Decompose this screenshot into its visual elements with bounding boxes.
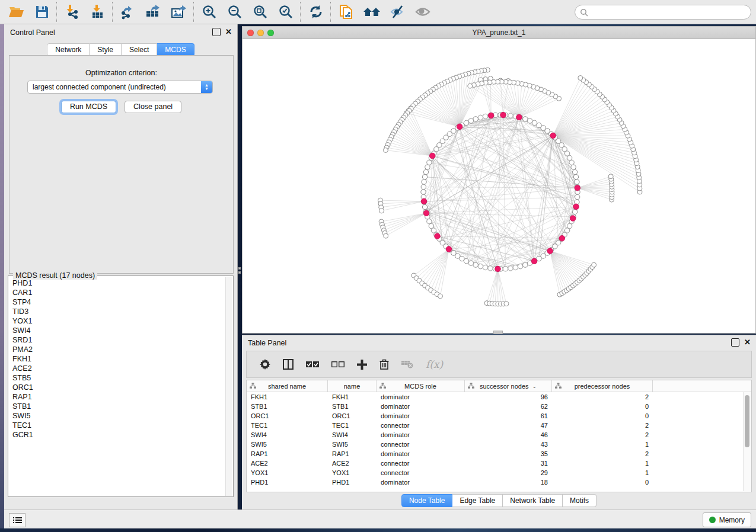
- table-cell: dominator: [377, 403, 465, 410]
- close-panel-button[interactable]: Close panel: [125, 101, 181, 113]
- export-image-icon[interactable]: [166, 2, 192, 22]
- tab-node-table[interactable]: Node Table: [401, 494, 453, 507]
- mcds-result-item[interactable]: FKH1: [9, 354, 226, 364]
- tab-motifs[interactable]: Motifs: [563, 494, 596, 507]
- table-row[interactable]: PHD1PHD1dominator180: [247, 477, 751, 487]
- zoom-in-icon[interactable]: [196, 2, 222, 22]
- zoom-out-icon[interactable]: [222, 2, 247, 22]
- toolbar-separator: [193, 2, 194, 22]
- mcds-result-item[interactable]: TEC1: [9, 421, 226, 430]
- add-icon[interactable]: [357, 360, 367, 370]
- select-all-icon[interactable]: [306, 361, 319, 368]
- mcds-result-item[interactable]: ACE2: [9, 364, 226, 373]
- table-cell: 47: [465, 422, 552, 429]
- open-file-icon[interactable]: [4, 2, 29, 22]
- apply-layout-icon[interactable]: [303, 2, 328, 22]
- save-session-icon[interactable]: [29, 2, 55, 22]
- table-cell: 61: [465, 412, 552, 419]
- control-panel: Control Panel ✕ NetworkStyleSelectMCDS O…: [4, 24, 238, 510]
- table-cell: 1: [552, 460, 653, 467]
- tab-style[interactable]: Style: [90, 43, 122, 56]
- optimization-criterion-select[interactable]: largest connected component (undirected)…: [27, 81, 213, 94]
- mcds-result-item[interactable]: CAR1: [9, 288, 226, 297]
- table-cell: 1: [552, 469, 653, 476]
- tab-network[interactable]: Network: [47, 43, 90, 56]
- mcds-result-item[interactable]: STB1: [9, 402, 226, 411]
- mcds-result-item[interactable]: YOX1: [9, 316, 226, 326]
- export-table-icon[interactable]: [141, 2, 166, 22]
- shared-column-icon: [250, 383, 256, 390]
- mcds-result-item[interactable]: PMA2: [9, 345, 226, 354]
- table-row[interactable]: STB1STB1dominator620: [247, 402, 751, 411]
- tab-network-table[interactable]: Network Table: [503, 494, 563, 507]
- search-box[interactable]: [575, 5, 751, 20]
- float-panel-icon[interactable]: [212, 28, 221, 36]
- search-input[interactable]: [592, 8, 751, 17]
- close-table-panel-icon[interactable]: ✕: [744, 338, 751, 347]
- mcds-result-item[interactable]: ORC1: [9, 383, 226, 392]
- toolbar-separator: [330, 2, 331, 22]
- network-canvas[interactable]: [243, 39, 755, 333]
- column-header-mcds-role[interactable]: MCDS role: [377, 380, 465, 392]
- column-layout-icon[interactable]: [283, 359, 294, 370]
- tab-mcds[interactable]: MCDS: [157, 43, 194, 56]
- table-row[interactable]: TEC1TEC1connector472: [247, 421, 751, 430]
- gear-icon[interactable]: [260, 359, 270, 370]
- export-network-icon[interactable]: [115, 2, 141, 22]
- import-table-icon[interactable]: [85, 2, 110, 22]
- table-cell: TEC1: [328, 422, 377, 429]
- zoom-selected-icon[interactable]: [273, 2, 298, 22]
- vertical-splitter-handle[interactable]: [238, 265, 241, 275]
- memory-button[interactable]: Memory: [703, 512, 751, 527]
- mcds-result-item[interactable]: STB5: [9, 373, 226, 383]
- mcds-result-item[interactable]: GCR1: [9, 430, 226, 440]
- table-row[interactable]: YOX1YOX1connector291: [247, 468, 751, 477]
- toolbar-separator: [300, 2, 301, 22]
- table-row[interactable]: FKH1FKH1dominator962: [247, 392, 751, 402]
- column-header-shared-name[interactable]: shared name: [247, 380, 328, 392]
- clone-network-icon[interactable]: [333, 2, 359, 22]
- show-all-icon[interactable]: [410, 2, 435, 22]
- mcds-result-item[interactable]: TID3: [9, 307, 226, 316]
- table-scrollbar[interactable]: [743, 392, 751, 491]
- column-header-name[interactable]: name: [328, 380, 377, 392]
- tab-edge-table[interactable]: Edge Table: [452, 494, 503, 507]
- network-window-titlebar[interactable]: YPA_prune.txt_1: [243, 27, 755, 39]
- mcds-result-item[interactable]: SWI4: [9, 326, 226, 335]
- column-header-predecessor-nodes[interactable]: predecessor nodes: [552, 380, 653, 392]
- column-label: MCDS role: [404, 383, 436, 390]
- hide-selected-icon[interactable]: [384, 2, 410, 22]
- network-graph[interactable]: [243, 39, 755, 333]
- close-panel-icon[interactable]: ✕: [225, 27, 232, 36]
- horizontal-splitter-handle[interactable]: [493, 331, 503, 334]
- task-history-button[interactable]: [9, 513, 25, 527]
- scrollbar-thumb[interactable]: [745, 395, 749, 447]
- deselect-all-icon[interactable]: [331, 361, 344, 368]
- shared-column-icon: [379, 383, 386, 390]
- mcds-result-list[interactable]: PHD1CAR1STP4TID3YOX1SWI4SRD1PMA2FKH1ACE2…: [9, 278, 226, 496]
- mcds-result-scrollbar[interactable]: [225, 277, 232, 496]
- mcds-result-item[interactable]: SWI5: [9, 411, 226, 421]
- mcds-result-item[interactable]: RAP1: [9, 392, 226, 402]
- import-network-icon[interactable]: [59, 2, 85, 22]
- delete-icon[interactable]: [379, 359, 389, 370]
- mcds-result-item[interactable]: SRD1: [9, 335, 226, 345]
- table-row[interactable]: SWI4SWI4dominator462: [247, 430, 751, 440]
- delete-table-icon[interactable]: [401, 360, 413, 368]
- mcds-result-item[interactable]: STP4: [9, 297, 226, 307]
- first-neighbors-icon[interactable]: [359, 2, 384, 22]
- table-cell: 43: [465, 441, 552, 448]
- table-cell: ORC1: [328, 412, 377, 419]
- mcds-result-item[interactable]: PHD1: [9, 278, 226, 288]
- table-row[interactable]: SWI5SWI5connector431: [247, 440, 751, 449]
- zoom-fit-icon[interactable]: [247, 2, 273, 22]
- function-builder-icon[interactable]: f(x): [426, 358, 443, 370]
- tab-select[interactable]: Select: [122, 43, 157, 56]
- node-table-header: shared namenameMCDS rolesuccessor nodes⌄…: [247, 380, 751, 392]
- float-table-panel-icon[interactable]: [731, 338, 739, 347]
- run-mcds-button[interactable]: Run MCDS: [61, 101, 116, 113]
- column-header-successor-nodes[interactable]: successor nodes⌄: [465, 380, 552, 392]
- table-row[interactable]: ORC1ORC1dominator610: [247, 411, 751, 421]
- table-row[interactable]: RAP1RAP1dominator352: [247, 449, 751, 459]
- table-row[interactable]: ACE2ACE2connector311: [247, 459, 751, 468]
